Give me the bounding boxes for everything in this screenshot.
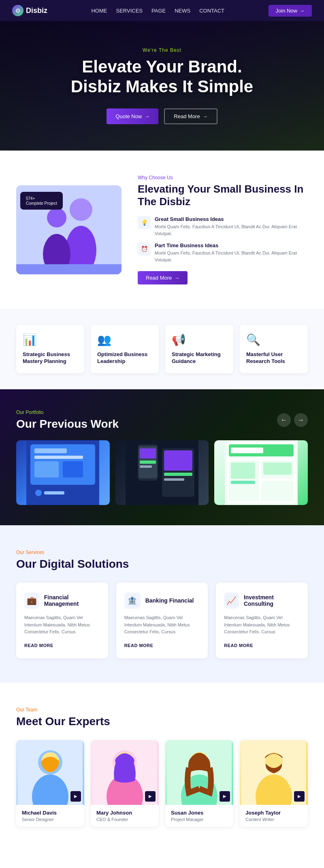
team-play-button-joseph[interactable]: ▶ (294, 791, 305, 802)
investment-consulting-icon: 📈 (224, 592, 239, 609)
portfolio-card-2[interactable] (115, 440, 209, 505)
portfolio-card-1-visual (16, 440, 110, 505)
svg-rect-19 (140, 465, 152, 468)
svg-rect-11 (63, 461, 83, 478)
service-card-1[interactable]: 📊 Strategic Business Mastery Planning (16, 325, 84, 373)
portfolio-card-3[interactable] (214, 440, 308, 505)
nav-services[interactable]: SERVICES (116, 8, 143, 14)
nav-contact[interactable]: CONTACT (199, 8, 224, 14)
solutions-grid: 💼 Financial Management Maecenas Sagittis… (16, 583, 308, 658)
portfolio-card-1[interactable] (16, 440, 110, 505)
solution-card-3-desc: Maecenas Sagittis, Quam Vel Interdum Mal… (224, 614, 300, 636)
why-item-1: 💡 Great Small Business Ideas Morbi Quam … (138, 216, 308, 237)
team-member-role-joseph: Content Writer (245, 817, 302, 822)
team-section: Our Team Meet Our Experts ▶ Michael Davi… (0, 683, 324, 851)
svg-rect-10 (34, 461, 59, 478)
solutions-pretitle: Our Services (16, 550, 308, 555)
join-now-button[interactable]: Join Now → (269, 5, 312, 17)
logo-icon: ⊙ (12, 5, 23, 16)
team-info-susan: Susan Jones Project Manager (165, 805, 233, 827)
solution-card-3-header: 📈 Investment Consulting (224, 592, 300, 609)
service-card-2-title: Optimized Business Leadership (97, 351, 152, 365)
why-items: 💡 Great Small Business Ideas Morbi Quam … (138, 216, 308, 263)
svg-rect-33 (263, 463, 292, 475)
svg-point-1 (70, 198, 92, 221)
team-photo-mary: ▶ (91, 740, 159, 805)
team-play-button-mary[interactable]: ▶ (145, 791, 156, 802)
nav-home[interactable]: HOME (91, 8, 107, 14)
team-info-mary: Mary Johnson CEO & Founder (91, 805, 159, 827)
why-choose-section: 574+ Complete Project Why Choose Us Elev… (0, 151, 324, 309)
why-title: Elevating Your Small Business In The Dis… (138, 183, 308, 208)
team-member-name-michael: Michael Davis (22, 810, 79, 816)
solution-card-1-desc: Maecenas Sagittis, Quam Vel Interdum Mal… (24, 614, 100, 636)
team-member-role-susan: Project Manager (171, 817, 228, 822)
svg-rect-5 (16, 264, 122, 274)
solution-card-2-desc: Maecenas Sagittis, Quam Vel Interdum Mal… (124, 614, 200, 636)
why-item-2-text: Part Time Business Ideas Morbi Quam Feli… (155, 242, 308, 263)
service-card-3-title: Strategic Marketing Guidance (172, 351, 227, 365)
svg-rect-27 (231, 448, 263, 453)
team-member-role-mary: CEO & Founder (96, 817, 153, 822)
nav-links: HOME SERVICES PAGE NEWS CONTACT (91, 8, 224, 14)
solution-card-1: 💼 Financial Management Maecenas Sagittis… (16, 583, 108, 658)
team-member-name-joseph: Joseph Taylor (245, 810, 302, 816)
service-card-2[interactable]: 👥 Optimized Business Leadership (91, 325, 159, 373)
why-read-more-button[interactable]: Read More → (138, 271, 188, 284)
team-grid: ▶ Michael Davis Senior Designer ▶ (16, 740, 308, 827)
solution-card-1-header: 💼 Financial Management (24, 592, 100, 609)
solution-card-2-link[interactable]: READ MORE (124, 643, 153, 648)
team-photo-joseph: ▶ (240, 740, 308, 805)
arrow-icon: → (174, 275, 179, 281)
nav-page[interactable]: PAGE (151, 8, 166, 14)
strategic-marketing-icon: 📢 (172, 333, 227, 346)
portfolio-title: Our Previous Work (16, 418, 119, 431)
nav-news[interactable]: NEWS (175, 8, 190, 14)
navigation: ⊙ Disbiz HOME SERVICES PAGE NEWS CONTACT… (0, 0, 324, 21)
service-card-3[interactable]: 📢 Strategic Marketing Guidance (165, 325, 233, 373)
team-member-name-mary: Mary Johnson (96, 810, 153, 816)
service-card-4[interactable]: 🔍 Masterful User Research Tools (240, 325, 308, 373)
quote-now-button[interactable]: Quote Now → (107, 108, 158, 124)
svg-rect-21 (164, 450, 192, 471)
hero-pretitle: We're The Best (71, 47, 253, 53)
portfolio-card-2-visual (115, 440, 209, 505)
team-play-button-michael[interactable]: ▶ (70, 791, 81, 802)
solution-card-3: 📈 Investment Consulting Maecenas Sagitti… (216, 583, 308, 658)
solution-card-1-link[interactable]: READ MORE (24, 643, 53, 648)
svg-point-3 (47, 208, 66, 227)
svg-rect-30 (261, 481, 294, 501)
read-more-button[interactable]: Read More → (164, 108, 217, 124)
team-photo-michael: ▶ (16, 740, 84, 805)
part-time-icon: ⏰ (138, 242, 151, 255)
svg-point-12 (35, 490, 42, 496)
solutions-title: Our Digital Solutions (16, 558, 308, 571)
solution-card-2: 🏦 Banking Financial Maecenas Sagittis, Q… (116, 583, 208, 658)
hero-content: We're The Best Elevate Your Brand. Disbi… (71, 47, 253, 124)
solution-card-3-link[interactable]: READ MORE (224, 643, 253, 648)
arrow-icon: → (202, 113, 208, 119)
solution-card-3-title: Investment Consulting (244, 594, 300, 607)
service-card-4-title: Masterful User Research Tools (246, 351, 301, 365)
portfolio-header: Our Portfolio Our Previous Work ← → (16, 410, 308, 431)
solution-card-1-title: Financial Management (44, 594, 100, 607)
svg-rect-22 (164, 473, 192, 476)
solution-card-2-title: Banking Financial (145, 597, 194, 604)
svg-rect-8 (34, 448, 67, 453)
svg-rect-13 (44, 491, 64, 494)
strategic-business-icon: 📊 (23, 333, 78, 346)
team-card-michael: ▶ Michael Davis Senior Designer (16, 740, 84, 827)
solution-card-2-header: 🏦 Banking Financial (124, 592, 200, 609)
portfolio-prev-button[interactable]: ← (277, 413, 291, 427)
portfolio-navigation: ← → (277, 413, 308, 427)
hero-section: We're The Best Elevate Your Brand. Disbi… (0, 21, 324, 151)
team-card-joseph: ▶ Joseph Taylor Content Writer (240, 740, 308, 827)
optimized-business-icon: 👥 (97, 333, 152, 346)
portfolio-next-button[interactable]: → (294, 413, 308, 427)
team-play-button-susan[interactable]: ▶ (220, 791, 230, 802)
logo[interactable]: ⊙ Disbiz (12, 5, 47, 16)
team-title: Meet Our Experts (16, 715, 308, 728)
team-info-michael: Michael Davis Senior Designer (16, 805, 84, 827)
why-image-wrap: 574+ Complete Project (16, 185, 122, 274)
services-strip: 📊 Strategic Business Mastery Planning 👥 … (0, 309, 324, 389)
